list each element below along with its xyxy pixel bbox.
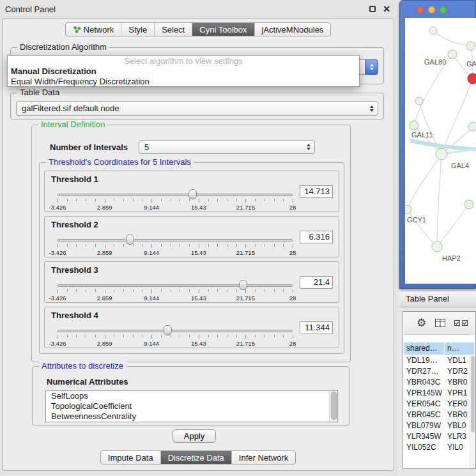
select-stepper-icon	[370, 105, 374, 112]
table-data-select[interactable]: galFiltered.sif default node	[16, 101, 378, 116]
dropdown-option-equal-width-frequency-discretization[interactable]: Equal Width/Frequency Discretization	[8, 77, 359, 87]
numerical-attributes-list[interactable]: SelfLoopsTopologicalCoefficientBetweenne…	[45, 390, 338, 422]
network-edge[interactable]	[441, 79, 473, 154]
zoom-button[interactable]	[440, 6, 447, 13]
bottom-tab-segment: Impute DataDiscretize DataInfer Network	[100, 450, 296, 464]
threshold-value-field[interactable]: 14.713	[300, 185, 333, 198]
slider-tick	[274, 244, 275, 247]
slider-thumb[interactable]	[126, 234, 134, 245]
table-cell: YIL0	[445, 442, 470, 453]
slider-scale-label: 2.859	[97, 340, 112, 347]
scrollbar-thumb[interactable]	[331, 392, 337, 420]
network-node-selected-red[interactable]	[468, 73, 476, 84]
slider-tick	[293, 335, 293, 339]
tab-discretize-data[interactable]: Discretize Data	[160, 451, 231, 464]
table-row[interactable]: YBR045CYBR0	[404, 410, 470, 420]
slider-scale-label: 2.859	[97, 295, 112, 302]
slider-thumb[interactable]	[164, 325, 172, 335]
table-row[interactable]: YIL052CYIL0	[404, 442, 470, 453]
column-header[interactable]: n…	[445, 342, 475, 355]
slider-scale-label: 15.43	[191, 295, 206, 302]
network-node[interactable]	[432, 242, 442, 252]
table-row[interactable]: YBL079WYBL0	[404, 420, 470, 431]
table-columns-icon[interactable]	[435, 319, 445, 327]
table-row[interactable]: YBR043CYBR0	[404, 377, 470, 388]
slider-tick	[161, 199, 162, 201]
table-row[interactable]: YDL19…YDL1	[404, 355, 470, 366]
threshold-panel-2: Threshold 2-3.4262.8599.14415.4321.71528…	[44, 216, 339, 257]
network-node[interactable]	[410, 121, 418, 130]
slider-tick	[151, 244, 152, 248]
slider-tick	[133, 244, 134, 247]
tab-label: Infer Network	[239, 453, 288, 463]
threshold-value-field[interactable]: 11.344	[300, 321, 333, 334]
number-of-intervals-select[interactable]: 5	[139, 140, 315, 154]
apply-button[interactable]: Apply	[173, 429, 216, 443]
column-header[interactable]: shared…	[404, 342, 445, 355]
network-node[interactable]	[468, 122, 476, 131]
network-edge[interactable]	[437, 154, 441, 247]
threshold-slider[interactable]: -3.4262.8599.14415.4321.71528	[58, 324, 293, 347]
slider-tick	[123, 199, 124, 201]
tab-infer-network[interactable]: Infer Network	[231, 451, 295, 464]
table-row[interactable]: YPR145WYPR1	[404, 388, 470, 399]
table-cell: YDR2	[445, 366, 470, 377]
network-edge[interactable]	[407, 154, 441, 210]
slider-thumb[interactable]	[239, 280, 247, 290]
threshold-value-field[interactable]: 21.4	[300, 276, 333, 289]
network-canvas[interactable]: GAL80GAGAL11GAL4GCY1HAP2	[405, 18, 476, 284]
slider-scale-label: 2.859	[97, 249, 112, 256]
tab-network[interactable]: Network	[66, 23, 121, 36]
threshold-value-field[interactable]: 6.316	[300, 231, 333, 243]
threshold-slider[interactable]: -3.4262.8599.14415.4321.71528	[58, 188, 293, 211]
tab-label: Network	[84, 25, 114, 35]
dropdown-option-manual-discretization[interactable]: Manual Discretization	[8, 66, 359, 77]
network-node[interactable]	[436, 148, 447, 160]
network-edge[interactable]	[437, 204, 469, 247]
float-window-icon[interactable]	[369, 6, 376, 12]
threshold-slider[interactable]: -3.4262.8599.14415.4321.71528	[58, 279, 293, 302]
list-item-betweennesscentrality[interactable]: BetweennessCentrality	[46, 411, 337, 422]
tab-style[interactable]: Style	[121, 23, 154, 36]
network-edge[interactable]	[407, 210, 437, 247]
table-cell: YBR043C	[404, 377, 445, 388]
slider-tick	[67, 335, 68, 337]
slider-scale-label: -3.426	[49, 340, 66, 347]
network-node[interactable]	[415, 97, 423, 105]
tab-jactivemnodules[interactable]: jActiveMNodules	[254, 23, 331, 36]
list-item-topologicalcoefficient[interactable]: TopologicalCoefficient	[46, 401, 337, 411]
table-row[interactable]: YLR345WYLR3	[404, 431, 470, 442]
table-scrollbar[interactable]	[470, 355, 475, 468]
show-columns-icon[interactable]	[454, 320, 468, 326]
slider-tick	[86, 199, 86, 201]
minimize-button[interactable]	[428, 6, 435, 13]
network-node[interactable]	[466, 42, 475, 50]
slider-thumb[interactable]	[188, 189, 197, 199]
tab-label: Cyni Toolbox	[199, 25, 247, 35]
scrollbar-thumb[interactable]	[471, 356, 475, 433]
table-row[interactable]: YDR27…YDR2	[404, 366, 470, 377]
settings-gear-icon[interactable]: ⚙	[417, 316, 426, 330]
network-node[interactable]	[429, 27, 437, 35]
number-of-intervals-label: Number of Intervals	[50, 142, 128, 152]
network-node[interactable]	[448, 50, 457, 59]
threshold-slider[interactable]: -3.4262.8599.14415.4321.71528	[58, 233, 293, 256]
close-icon[interactable]: ✕	[383, 4, 390, 14]
node-label: GAL4	[451, 162, 469, 169]
table-row[interactable]: YER054CYER0	[404, 399, 470, 410]
network-edge[interactable]	[433, 31, 471, 46]
threshold-label: Threshold 4	[51, 311, 98, 320]
network-node[interactable]	[405, 205, 411, 214]
close-button[interactable]	[417, 6, 424, 13]
slider-tick	[180, 335, 180, 337]
slider-tick	[180, 244, 180, 247]
network-node[interactable]	[464, 200, 473, 209]
tab-cyni-toolbox[interactable]: Cyni Toolbox	[192, 23, 254, 36]
group-title-interval-definition: Interval Definition	[38, 119, 107, 129]
tab-select[interactable]: Select	[154, 23, 192, 36]
slider-tick	[274, 335, 275, 337]
slider-scale-label: 9.144	[144, 249, 159, 256]
tab-impute-data[interactable]: Impute Data	[101, 451, 160, 464]
list-scrollbar[interactable]	[329, 391, 337, 422]
list-item-selfloops[interactable]: SelfLoops	[46, 391, 337, 401]
